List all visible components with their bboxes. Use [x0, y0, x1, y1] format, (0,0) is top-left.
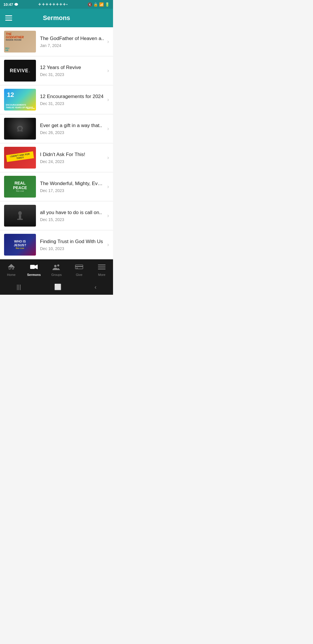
chevron-right-icon: ›: [107, 242, 109, 248]
chevron-right-icon: ›: [107, 213, 109, 219]
sermon-date: Dec 10, 2023: [40, 246, 105, 251]
bottom-navigation: Home Sermons Groups: [0, 259, 113, 280]
groups-icon: [52, 264, 61, 272]
svg-rect-13: [98, 269, 105, 269]
back-button[interactable]: ‹: [94, 284, 97, 290]
chevron-right-icon: ›: [107, 126, 109, 132]
sermon-thumbnail: WHO ISJESUS?Rev Live: [4, 234, 36, 256]
sermon-thumbnail: TheGodfatherinside room REVIVE: [4, 31, 36, 53]
svg-rect-4: [30, 265, 35, 269]
sermon-thumbnail: I DIDN'T ASK FORTHIS!!!: [4, 147, 36, 169]
sermon-title: 12 Encouragements for 2024: [40, 93, 105, 100]
status-time: 10:47: [3, 2, 18, 7]
status-right-icons: 🔇 🔒 📶 🔋: [88, 2, 110, 7]
sermon-title: Ever get a gift in a way that..: [40, 122, 105, 129]
chevron-right-icon: ›: [107, 97, 109, 103]
sermon-thumbnail: Ω: [4, 118, 36, 140]
sermon-title: The Wonderful, Mighty, Everl..: [40, 180, 105, 187]
sermon-date: Dec 26, 2023: [40, 130, 105, 135]
sermon-info: 12 Years of Revive Dec 31, 2023: [40, 64, 105, 77]
sermon-thumbnail: REALPEACERev Live: [4, 176, 36, 198]
sermon-title: 12 Years of Revive: [40, 64, 105, 71]
sermons-icon: [30, 264, 38, 272]
svg-marker-5: [35, 265, 38, 269]
sermon-item[interactable]: all you have to do is call on.. Dec 15, …: [0, 201, 113, 230]
app-header: Sermons: [0, 9, 113, 27]
system-navigation: ||| ⬜ ‹: [0, 280, 113, 295]
recents-button[interactable]: |||: [17, 284, 21, 290]
sermon-item[interactable]: REALPEACERev Live The Wonderful, Mighty,…: [0, 172, 113, 201]
svg-rect-12: [98, 267, 105, 267]
menu-button[interactable]: [5, 15, 12, 21]
sermon-info: Ever get a gift in a way that.. Dec 26, …: [40, 122, 105, 135]
chevron-right-icon: ›: [107, 184, 109, 190]
status-bar: 10:47 ✛ ✛ ✛ ✛ ✛ ✛ ✛ ✛ • 🔇 🔒 📶 🔋: [0, 0, 113, 9]
sermon-thumbnail: 12 ENCOURAGEMENTSTWELVE YEARS OF REVIVE …: [4, 89, 36, 111]
people-icon: [52, 264, 61, 270]
sermon-date: Dec 15, 2023: [40, 217, 105, 222]
sermon-thumbnail: [4, 205, 36, 227]
home-button[interactable]: ⬜: [54, 283, 61, 290]
nav-give[interactable]: Give: [70, 264, 88, 276]
nav-sermons[interactable]: Sermons: [25, 264, 43, 276]
sermon-info: 12 Encouragements for 2024 Dec 31, 2023: [40, 93, 105, 106]
svg-rect-2: [19, 215, 21, 219]
sermon-item[interactable]: TheGodfatherinside room REVIVE The GodFa…: [0, 27, 113, 56]
svg-point-6: [54, 265, 57, 267]
sermon-date: Dec 17, 2023: [40, 188, 105, 193]
sermon-item[interactable]: WHO ISJESUS?Rev Live Finding Trust in Go…: [0, 230, 113, 259]
camera-icon: [30, 264, 38, 270]
svg-rect-11: [98, 265, 105, 265]
nav-home[interactable]: Home: [3, 264, 20, 276]
page-title: Sermons: [43, 14, 70, 22]
nav-sermons-label: Sermons: [27, 273, 41, 276]
nav-give-label: Give: [76, 273, 83, 276]
sermon-info: I Didn't Ask For This! Dec 24, 2023: [40, 151, 105, 164]
speaker-silhouette: [14, 210, 26, 222]
nav-groups-label: Groups: [51, 273, 62, 276]
nav-groups[interactable]: Groups: [48, 264, 65, 276]
svg-rect-1: [18, 211, 22, 215]
sermon-item[interactable]: REVIVE. 12 Years of Revive Dec 31, 2023 …: [0, 56, 113, 85]
nav-more-label: More: [98, 273, 105, 276]
nav-more[interactable]: More: [93, 264, 110, 276]
sermon-item[interactable]: Ω Ever get a gift in a way that.. Dec 26…: [0, 114, 113, 143]
sermon-title: Finding Trust in God With Us: [40, 238, 105, 245]
hamburger-icon: [98, 264, 105, 270]
sermon-info: The Wonderful, Mighty, Everl.. Dec 17, 2…: [40, 180, 105, 193]
home-arrow-icon: [8, 264, 15, 270]
svg-rect-9: [75, 266, 83, 267]
more-icon: [98, 264, 105, 272]
sermon-title: all you have to do is call on..: [40, 209, 105, 216]
cross-icons: ✛ ✛ ✛ ✛ ✛ ✛ ✛ ✛ •: [38, 3, 67, 6]
card-icon: [75, 264, 83, 270]
sermon-info: The GodFather of Heaven a.. Jan 7, 2024: [40, 35, 105, 48]
chevron-right-icon: ›: [107, 39, 109, 45]
sermon-list: TheGodfatherinside room REVIVE The GodFa…: [0, 27, 113, 259]
chevron-right-icon: ›: [107, 155, 109, 161]
home-icon: [8, 264, 15, 272]
sermon-item[interactable]: I DIDN'T ASK FORTHIS!!! I Didn't Ask For…: [0, 143, 113, 172]
sermon-thumbnail: REVIVE.: [4, 60, 36, 82]
give-icon: [75, 264, 83, 272]
eye-icon: [14, 2, 18, 6]
svg-rect-10: [76, 268, 78, 268]
sermon-date: Jan 7, 2024: [40, 43, 105, 48]
sermon-date: Dec 24, 2023: [40, 159, 105, 164]
sermon-date: Dec 31, 2023: [40, 72, 105, 77]
chevron-right-icon: ›: [107, 68, 109, 74]
nav-home-label: Home: [7, 273, 15, 276]
sermon-title: The GodFather of Heaven a..: [40, 35, 105, 42]
sermon-title: I Didn't Ask For This!: [40, 151, 105, 158]
sermon-info: Finding Trust in God With Us Dec 10, 202…: [40, 238, 105, 251]
svg-rect-3: [17, 219, 23, 220]
svg-point-7: [57, 265, 59, 267]
sermon-item[interactable]: 12 ENCOURAGEMENTSTWELVE YEARS OF REVIVE …: [0, 85, 113, 114]
sermon-info: all you have to do is call on.. Dec 15, …: [40, 209, 105, 222]
sermon-date: Dec 31, 2023: [40, 101, 105, 106]
